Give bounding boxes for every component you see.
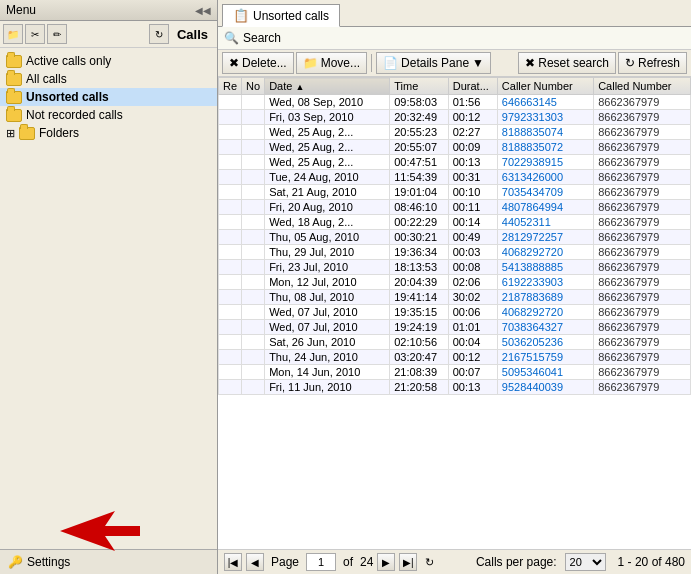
tab-unsorted-calls[interactable]: 📋 Unsorted calls <box>222 4 340 27</box>
table-row[interactable]: Thu, 29 Jul, 2010 19:36:34 00:03 4068292… <box>219 245 691 260</box>
page-next-btn[interactable]: ▶ <box>377 553 395 571</box>
page-number-input[interactable] <box>306 553 336 571</box>
table-row[interactable]: Wed, 07 Jul, 2010 19:35:15 00:06 4068292… <box>219 305 691 320</box>
move-button[interactable]: 📁 Move... <box>296 52 367 74</box>
sidebar-new-btn[interactable]: 📁 <box>3 24 23 44</box>
table-row[interactable]: Fri, 20 Aug, 2010 08:46:10 00:11 4807864… <box>219 200 691 215</box>
cell-called: 8662367979 <box>594 125 691 140</box>
cell-re <box>219 140 242 155</box>
sidebar-delete-btn[interactable]: ✂ <box>25 24 45 44</box>
sidebar-collapse-btn[interactable]: ◀◀ <box>195 5 211 16</box>
cell-date: Wed, 25 Aug, 2... <box>265 125 390 140</box>
table-row[interactable]: Wed, 08 Sep, 2010 09:58:03 01:56 6466631… <box>219 95 691 110</box>
cell-re <box>219 350 242 365</box>
col-caller[interactable]: Caller Number <box>497 78 593 95</box>
refresh-icon-pagination[interactable]: ↻ <box>425 556 434 569</box>
pagination-bar: |◀ ◀ Page of 24 ▶ ▶| ↻ Calls per page: 2… <box>218 549 691 574</box>
page-last-btn[interactable]: ▶| <box>399 553 417 571</box>
details-pane-button[interactable]: 📄 Details Pane ▼ <box>376 52 491 74</box>
table-row[interactable]: Thu, 24 Jun, 2010 03:20:47 00:12 2167515… <box>219 350 691 365</box>
cell-caller[interactable]: 9792331303 <box>497 110 593 125</box>
cell-caller[interactable]: 2167515759 <box>497 350 593 365</box>
cell-caller[interactable]: 5413888885 <box>497 260 593 275</box>
col-re[interactable]: Re <box>219 78 242 95</box>
table-row[interactable]: Thu, 08 Jul, 2010 19:41:14 30:02 2187883… <box>219 290 691 305</box>
col-time[interactable]: Time <box>390 78 449 95</box>
cell-time: 00:22:29 <box>390 215 449 230</box>
table-row[interactable]: Mon, 14 Jun, 2010 21:08:39 00:07 5095346… <box>219 365 691 380</box>
cell-caller[interactable]: 44052311 <box>497 215 593 230</box>
sidebar-refresh-btn[interactable]: ↻ <box>149 24 169 44</box>
cell-date: Sat, 26 Jun, 2010 <box>265 335 390 350</box>
sidebar-item-not-recorded[interactable]: Not recorded calls <box>0 106 217 124</box>
table-row[interactable]: Fri, 11 Jun, 2010 21:20:58 00:13 9528440… <box>219 380 691 395</box>
table-row[interactable]: Mon, 12 Jul, 2010 20:04:39 02:06 6192233… <box>219 275 691 290</box>
table-row[interactable]: Fri, 03 Sep, 2010 20:32:49 00:12 9792331… <box>219 110 691 125</box>
cell-caller[interactable]: 9528440039 <box>497 380 593 395</box>
delete-button[interactable]: ✖ Delete... <box>222 52 294 74</box>
cell-re <box>219 200 242 215</box>
cell-called: 8662367979 <box>594 185 691 200</box>
cell-called: 8662367979 <box>594 275 691 290</box>
cell-caller[interactable]: 8188835074 <box>497 125 593 140</box>
cell-duration: 00:49 <box>448 230 497 245</box>
sidebar-item-active-calls-only[interactable]: Active calls only <box>0 52 217 70</box>
cell-duration: 00:07 <box>448 365 497 380</box>
table-row[interactable]: Wed, 25 Aug, 2... 00:47:51 00:13 7022938… <box>219 155 691 170</box>
table-row[interactable]: Thu, 05 Aug, 2010 00:30:21 00:49 2812972… <box>219 230 691 245</box>
cell-called: 8662367979 <box>594 110 691 125</box>
refresh-button[interactable]: ↻ Refresh <box>618 52 687 74</box>
cell-caller[interactable]: 646663145 <box>497 95 593 110</box>
sidebar-item-all-calls[interactable]: All calls <box>0 70 217 88</box>
col-no[interactable]: No <box>242 78 265 95</box>
cell-caller[interactable]: 7022938915 <box>497 155 593 170</box>
table-row[interactable]: Wed, 07 Jul, 2010 19:24:19 01:01 7038364… <box>219 320 691 335</box>
cell-caller[interactable]: 6313426000 <box>497 170 593 185</box>
table-row[interactable]: Sat, 26 Jun, 2010 02:10:56 00:04 5036205… <box>219 335 691 350</box>
col-called[interactable]: Called Number <box>594 78 691 95</box>
tab-bar: 📋 Unsorted calls <box>218 0 691 27</box>
cell-caller[interactable]: 7035434709 <box>497 185 593 200</box>
cell-caller[interactable]: 4068292720 <box>497 305 593 320</box>
cell-re <box>219 305 242 320</box>
table-row[interactable]: Fri, 23 Jul, 2010 18:13:53 00:08 5413888… <box>219 260 691 275</box>
page-prev-btn[interactable]: ◀ <box>246 553 264 571</box>
table-row[interactable]: Tue, 24 Aug, 2010 11:54:39 00:31 6313426… <box>219 170 691 185</box>
col-date[interactable]: Date ▲ <box>265 78 390 95</box>
cell-no <box>242 335 265 350</box>
table-row[interactable]: Sat, 21 Aug, 2010 19:01:04 00:10 7035434… <box>219 185 691 200</box>
cell-caller[interactable]: 4807864994 <box>497 200 593 215</box>
cell-caller[interactable]: 6192233903 <box>497 275 593 290</box>
sidebar-item-unsorted-calls[interactable]: Unsorted calls <box>0 88 217 106</box>
table-row[interactable]: Wed, 25 Aug, 2... 20:55:23 02:27 8188835… <box>219 125 691 140</box>
table-row[interactable]: Wed, 18 Aug, 2... 00:22:29 00:14 4405231… <box>219 215 691 230</box>
cell-caller[interactable]: 5095346041 <box>497 365 593 380</box>
page-first-btn[interactable]: |◀ <box>224 553 242 571</box>
cell-re <box>219 260 242 275</box>
reset-search-button[interactable]: ✖ Reset search <box>518 52 616 74</box>
cell-caller[interactable]: 8188835072 <box>497 140 593 155</box>
calls-table-container: Re No Date ▲ Time Durat... Caller Number… <box>218 77 691 549</box>
cell-caller[interactable]: 7038364327 <box>497 320 593 335</box>
cell-caller[interactable]: 2187883689 <box>497 290 593 305</box>
cell-time: 19:01:04 <box>390 185 449 200</box>
cell-caller[interactable]: 2812972257 <box>497 230 593 245</box>
table-row[interactable]: Wed, 25 Aug, 2... 20:55:07 00:09 8188835… <box>219 140 691 155</box>
delete-icon: ✖ <box>229 56 239 70</box>
calls-per-page-select[interactable]: 20 50 100 <box>565 553 606 571</box>
cell-called: 8662367979 <box>594 140 691 155</box>
cell-caller[interactable]: 4068292720 <box>497 245 593 260</box>
sidebar-item-folders[interactable]: ⊞ Folders <box>0 124 217 142</box>
cell-no <box>242 200 265 215</box>
cell-called: 8662367979 <box>594 155 691 170</box>
cell-duration: 00:12 <box>448 350 497 365</box>
settings-label[interactable]: Settings <box>27 555 70 569</box>
cell-time: 09:58:03 <box>390 95 449 110</box>
sidebar-item-label-not-recorded: Not recorded calls <box>26 108 123 122</box>
cell-time: 00:30:21 <box>390 230 449 245</box>
calls-section-header[interactable]: Calls <box>171 25 214 44</box>
cell-date: Wed, 07 Jul, 2010 <box>265 305 390 320</box>
sidebar-edit-btn[interactable]: ✏ <box>47 24 67 44</box>
cell-caller[interactable]: 5036205236 <box>497 335 593 350</box>
col-duration[interactable]: Durat... <box>448 78 497 95</box>
